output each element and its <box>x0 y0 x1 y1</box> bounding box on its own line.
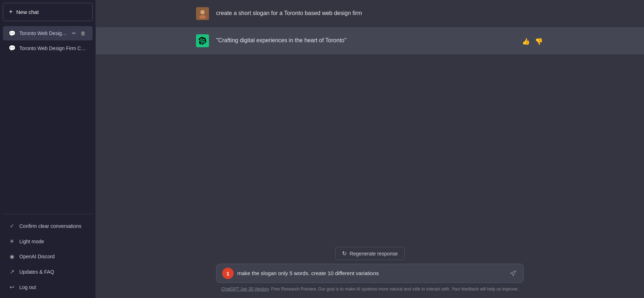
external-link-icon: ↗ <box>9 268 15 275</box>
chat-input[interactable] <box>237 269 505 278</box>
discord-label: OpenAI Discord <box>19 254 55 259</box>
openai-logo-icon <box>199 37 206 45</box>
user-avatar <box>196 7 209 20</box>
input-area: ↻ Regenerate response 1 ChatGPT Jan 30 V… <box>96 241 644 298</box>
send-button[interactable] <box>508 269 518 278</box>
input-row: 1 <box>216 264 524 283</box>
log-out-button[interactable]: ↩ Log out <box>3 280 93 294</box>
chat-item-label: Toronto Web Design Firm CTA <box>19 45 87 51</box>
user-message-row: create a short slogan for a Toronto base… <box>96 0 644 27</box>
assistant-message-text: "Crafting digital experiences in the hea… <box>216 34 514 45</box>
chat-bubble-icon: 💬 <box>9 45 16 52</box>
sidebar-divider <box>3 214 93 214</box>
sidebar: + New chat 💬 Toronto Web Design Sl ✏ 🗑 💬… <box>0 0 96 298</box>
message-actions: 👍 👎 <box>521 34 544 47</box>
user-message-text: create a short slogan for a Toronto base… <box>216 7 544 18</box>
main-content: create a short slogan for a Toronto base… <box>96 0 644 298</box>
sidebar-footer: ✓ Confirm clear conversations ☀ Light mo… <box>0 216 96 298</box>
confirm-clear-button[interactable]: ✓ Confirm clear conversations <box>3 219 93 233</box>
assistant-message-row: "Crafting digital experiences in the hea… <box>96 27 644 54</box>
discord-icon: ◉ <box>9 253 15 260</box>
svg-point-1 <box>199 15 206 19</box>
send-icon <box>509 270 517 277</box>
updates-faq-label: Updates & FAQ <box>19 269 54 275</box>
regenerate-label: Regenerate response <box>350 251 398 257</box>
regenerate-icon: ↻ <box>342 250 347 257</box>
sun-icon: ☀ <box>9 238 15 245</box>
user-number-badge: 1 <box>222 268 234 279</box>
chat-item[interactable]: 💬 Toronto Web Design Sl ✏ 🗑 <box>3 26 93 40</box>
chat-list: 💬 Toronto Web Design Sl ✏ 🗑 💬 Toronto We… <box>0 24 96 212</box>
edit-chat-button[interactable]: ✏ <box>70 30 78 37</box>
footer-note-text: . Free Research Preview. Our goal is to … <box>269 287 518 292</box>
user-avatar-icon <box>197 9 208 19</box>
logout-icon: ↩ <box>9 284 15 290</box>
light-mode-label: Light mode <box>19 239 44 244</box>
thumbs-up-button[interactable]: 👍 <box>521 36 531 47</box>
svg-point-0 <box>200 10 205 14</box>
gpt-avatar <box>196 34 209 47</box>
chat-item-label: Toronto Web Design Sl <box>19 30 67 36</box>
delete-chat-button[interactable]: 🗑 <box>79 30 87 37</box>
chatgpt-version-link[interactable]: ChatGPT Jan 30 Version <box>221 287 269 292</box>
new-chat-label: New chat <box>16 9 39 15</box>
chat-item-actions: ✏ 🗑 <box>70 30 87 37</box>
confirm-clear-label: Confirm clear conversations <box>19 223 82 229</box>
thumbs-down-button[interactable]: 👎 <box>534 36 544 47</box>
checkmark-icon: ✓ <box>9 223 15 229</box>
chat-item[interactable]: 💬 Toronto Web Design Firm CTA <box>3 41 93 55</box>
footer-note: ChatGPT Jan 30 Version. Free Research Pr… <box>221 287 519 295</box>
plus-icon: + <box>9 8 13 16</box>
regenerate-button[interactable]: ↻ Regenerate response <box>335 247 405 260</box>
chat-area: create a short slogan for a Toronto base… <box>96 0 644 241</box>
new-chat-button[interactable]: + New chat <box>3 3 93 21</box>
log-out-label: Log out <box>19 284 36 290</box>
updates-faq-button[interactable]: ↗ Updates & FAQ <box>3 264 93 279</box>
discord-button[interactable]: ◉ OpenAI Discord <box>3 249 93 264</box>
light-mode-button[interactable]: ☀ Light mode <box>3 234 93 249</box>
chat-bubble-icon: 💬 <box>9 30 16 37</box>
